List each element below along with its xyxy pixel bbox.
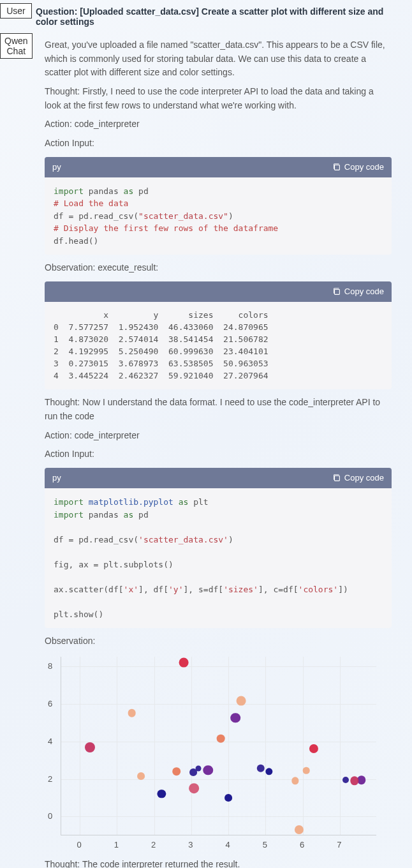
copy-icon — [332, 287, 341, 296]
code-lang: py — [52, 161, 61, 174]
code-block: py Copy code import matplotlib.pyplot as… — [45, 468, 392, 628]
user-label: User — [0, 3, 32, 19]
action-line: Action: code_interpreter — [45, 117, 392, 131]
code-header: py Copy code — [45, 157, 392, 177]
code-header: py Copy code — [45, 468, 392, 488]
copy-code-button[interactable]: Copy code — [332, 161, 384, 174]
action-input-line: Action Input: — [45, 447, 392, 461]
observation-line: Observation: — [45, 634, 392, 648]
paragraph: Great, you've uploaded a file named "sca… — [45, 38, 392, 80]
paragraph: Thought: Firstly, I need to use the code… — [45, 85, 392, 112]
svg-rect-0 — [334, 165, 339, 170]
assistant-response: Great, you've uploaded a file named "sca… — [0, 38, 412, 868]
svg-rect-2 — [334, 476, 339, 481]
question-text: Question: [Uploaded scatter_data.csv] Cr… — [0, 0, 412, 33]
assistant-label: Qwen Chat — [0, 33, 33, 59]
copy-code-button[interactable]: Copy code — [332, 285, 384, 298]
observation-line: Observation: execute_result: — [45, 261, 392, 275]
code-block: py Copy code import pandas as pd # Load … — [45, 157, 392, 255]
copy-label: Copy code — [344, 285, 384, 298]
paragraph: Thought: Now I understand the data forma… — [45, 396, 392, 423]
action-line: Action: code_interpreter — [45, 429, 392, 443]
action-input-line: Action Input: — [45, 137, 392, 151]
code-lang: py — [52, 472, 61, 484]
copy-code-button[interactable]: Copy code — [332, 472, 384, 484]
copy-icon — [332, 474, 341, 483]
copy-icon — [332, 163, 341, 172]
output-block: Copy code x y sizes colors 0 7.577257 1.… — [45, 281, 392, 389]
table-output: x y sizes colors 0 7.577257 1.952430 46.… — [45, 302, 392, 389]
code-content: import matplotlib.pyplot as plt import p… — [45, 488, 392, 628]
svg-rect-1 — [334, 290, 339, 295]
code-header: Copy code — [45, 281, 392, 302]
copy-label: Copy code — [344, 472, 384, 484]
code-content: import pandas as pd # Load the data df =… — [45, 177, 392, 255]
scatter-chart: 0246801234567 — [41, 654, 379, 851]
copy-label: Copy code — [344, 161, 384, 174]
paragraph: Thought: The code interpreter returned t… — [45, 858, 392, 868]
